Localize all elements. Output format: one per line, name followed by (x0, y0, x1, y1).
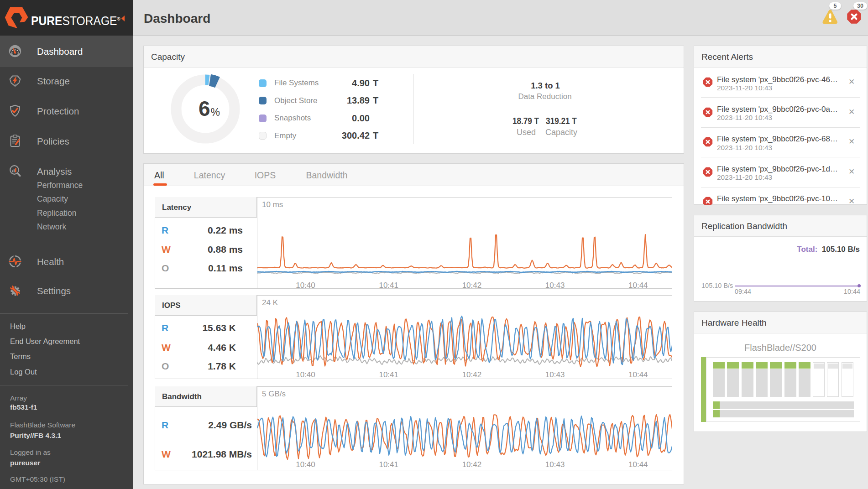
svg-text:10:43: 10:43 (545, 460, 565, 469)
svg-text:10:42: 10:42 (462, 370, 482, 379)
svg-text:10:40: 10:40 (296, 370, 315, 379)
svg-text:5 GB/s: 5 GB/s (262, 390, 286, 398)
svg-text:10:41: 10:41 (379, 460, 398, 469)
svg-text:10:44: 10:44 (628, 370, 648, 379)
svg-text:10:43: 10:43 (545, 281, 565, 289)
svg-text:10:41: 10:41 (379, 370, 398, 379)
svg-text:10:41: 10:41 (379, 281, 398, 289)
svg-text:10:43: 10:43 (545, 370, 565, 379)
svg-text:6%: 6% (199, 97, 220, 120)
svg-text:24 K: 24 K (262, 298, 278, 307)
svg-text:10:42: 10:42 (462, 281, 482, 289)
svg-text:10:44: 10:44 (628, 281, 648, 289)
svg-text:10:44: 10:44 (628, 460, 648, 469)
svg-text:10:40: 10:40 (296, 281, 315, 289)
svg-text:10:40: 10:40 (296, 460, 315, 469)
svg-text:10 ms: 10 ms (262, 200, 283, 209)
svg-text:10:42: 10:42 (462, 460, 482, 469)
